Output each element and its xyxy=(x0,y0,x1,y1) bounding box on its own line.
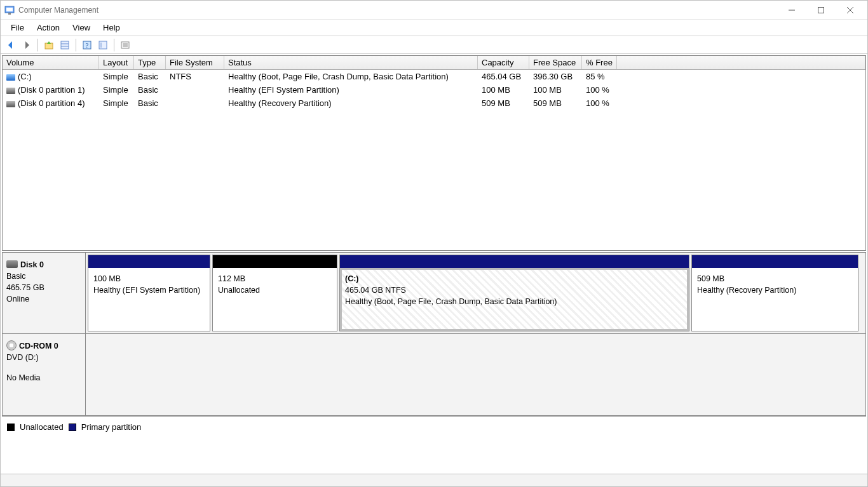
volume-type: Basic xyxy=(134,72,166,81)
help-icon[interactable]: ? xyxy=(79,37,95,53)
volume-type: Basic xyxy=(134,85,166,95)
volume-free: 396.30 GB xyxy=(529,72,582,81)
window: Computer Management File Action View Hel… xyxy=(0,0,868,487)
partition-header xyxy=(88,255,210,268)
partition-line1: 100 MB xyxy=(93,273,205,284)
cdrom-strip xyxy=(86,334,865,415)
volume-name: (C:) xyxy=(18,72,32,81)
partition-header xyxy=(213,255,337,268)
toolbar: ? xyxy=(1,36,867,54)
partition-line1: 112 MB xyxy=(218,273,332,284)
col-freespace[interactable]: Free Space xyxy=(529,56,582,69)
volume-icon xyxy=(6,88,15,94)
partition-body: 509 MBHealthy (Recovery Partition) xyxy=(692,268,858,331)
legend-label-primary: Primary partition xyxy=(81,422,142,432)
menu-file[interactable]: File xyxy=(4,20,31,35)
svg-rect-1 xyxy=(6,8,13,11)
volume-status: Healthy (Recovery Partition) xyxy=(224,98,478,108)
col-status[interactable]: Status xyxy=(224,56,478,69)
menu-action[interactable]: Action xyxy=(31,20,66,35)
partition-line2: Unallocated xyxy=(218,284,332,296)
svg-rect-4 xyxy=(818,7,824,13)
cdrom-state: No Media xyxy=(6,372,81,384)
partition-body: 100 MBHealthy (EFI System Partition) xyxy=(88,268,210,331)
partition-box[interactable]: (C:)465.04 GB NTFSHealthy (Boot, Page Fi… xyxy=(339,255,689,331)
col-filesystem[interactable]: File System xyxy=(166,56,224,69)
legend-swatch-unallocated xyxy=(7,424,15,431)
volume-row[interactable]: (Disk 0 partition 4)SimpleBasicHealthy (… xyxy=(3,97,865,110)
volume-list-header: Volume Layout Type File System Status Ca… xyxy=(3,56,865,70)
disk-info-cdrom0[interactable]: CD-ROM 0 DVD (D:) No Media xyxy=(3,334,86,415)
partition-box[interactable]: 509 MBHealthy (Recovery Partition) xyxy=(691,255,858,331)
list-view-icon[interactable] xyxy=(118,37,133,53)
volume-percentfree: 85 % xyxy=(582,72,617,81)
disk-title: Disk 0 xyxy=(20,260,44,269)
svg-rect-8 xyxy=(61,41,69,49)
partition-body: (C:)465.04 GB NTFSHealthy (Boot, Page Fi… xyxy=(340,268,689,331)
volume-status: Healthy (EFI System Partition) xyxy=(224,85,478,95)
disk-info-disk0[interactable]: Disk 0 Basic 465.75 GB Online xyxy=(3,253,86,333)
volume-layout: Simple xyxy=(99,85,134,95)
volume-free: 100 MB xyxy=(529,85,582,95)
legend-swatch-primary xyxy=(69,424,76,431)
forward-button[interactable] xyxy=(19,37,34,53)
toolbar-separator xyxy=(37,39,38,51)
cdrom-type: DVD (D:) xyxy=(6,352,81,363)
partition-body: 112 MBUnallocated xyxy=(213,268,337,331)
partition-line1: 509 MB xyxy=(697,273,853,284)
statusbar xyxy=(1,474,867,486)
minimize-button[interactable] xyxy=(777,1,806,20)
volume-name: (Disk 0 partition 4) xyxy=(18,98,85,108)
partition-box[interactable]: 100 MBHealthy (EFI System Partition) xyxy=(88,255,210,331)
maximize-button[interactable] xyxy=(806,1,836,20)
volume-status: Healthy (Boot, Page File, Crash Dump, Ba… xyxy=(224,72,478,81)
col-capacity[interactable]: Capacity xyxy=(478,56,529,69)
disk-row-cdrom0: CD-ROM 0 DVD (D:) No Media xyxy=(3,334,865,415)
partition-line2: Healthy (Recovery Partition) xyxy=(697,284,853,296)
disk-graphical-view: Disk 0 Basic 465.75 GB Online 100 MBHeal… xyxy=(2,252,866,416)
partition-title: (C:) xyxy=(345,273,684,284)
properties-icon[interactable] xyxy=(57,37,72,53)
close-button[interactable] xyxy=(836,1,865,20)
col-extra[interactable] xyxy=(617,56,865,69)
menu-view[interactable]: View xyxy=(66,20,97,35)
menu-help[interactable]: Help xyxy=(97,20,126,35)
toolbar-separator xyxy=(114,39,114,51)
disk-row-disk0: Disk 0 Basic 465.75 GB Online 100 MBHeal… xyxy=(3,253,865,334)
partition-header xyxy=(692,255,858,268)
svg-rect-2 xyxy=(8,13,11,15)
legend: Unallocated Primary partition xyxy=(2,416,866,437)
volume-row[interactable]: (Disk 0 partition 1)SimpleBasicHealthy (… xyxy=(3,83,865,97)
volume-capacity: 100 MB xyxy=(478,85,529,95)
partition-header xyxy=(340,255,689,268)
menubar: File Action View Help xyxy=(1,20,867,36)
up-level-icon[interactable] xyxy=(41,37,57,53)
col-percentfree[interactable]: % Free xyxy=(582,56,617,69)
titlebar: Computer Management xyxy=(1,1,867,20)
cdrom-icon xyxy=(6,340,17,350)
refresh-icon[interactable] xyxy=(95,37,111,53)
partition-box[interactable]: 112 MBUnallocated xyxy=(212,255,337,331)
partition-strip: 100 MBHealthy (EFI System Partition)112 … xyxy=(86,253,865,333)
window-title: Computer Management xyxy=(18,6,98,15)
svg-text:?: ? xyxy=(86,42,89,49)
col-volume[interactable]: Volume xyxy=(3,56,99,69)
volume-fs: NTFS xyxy=(166,72,224,81)
volume-type: Basic xyxy=(134,98,166,108)
volume-percentfree: 100 % xyxy=(582,85,617,95)
partition-line2: Healthy (Boot, Page File, Crash Dump, Ba… xyxy=(345,296,684,307)
volume-capacity: 465.04 GB xyxy=(478,72,529,81)
volume-layout: Simple xyxy=(99,72,134,81)
svg-rect-13 xyxy=(99,41,107,49)
col-layout[interactable]: Layout xyxy=(99,56,134,69)
cdrom-title: CD-ROM 0 xyxy=(19,342,58,350)
app-icon xyxy=(4,5,15,15)
legend-label-unallocated: Unallocated xyxy=(20,422,64,432)
volume-icon xyxy=(6,101,15,107)
back-button[interactable] xyxy=(3,37,18,53)
col-type[interactable]: Type xyxy=(134,56,166,69)
disk-state: Online xyxy=(6,293,81,305)
volume-icon xyxy=(6,74,15,81)
volume-row[interactable]: (C:)SimpleBasicNTFSHealthy (Boot, Page F… xyxy=(3,70,865,83)
volume-percentfree: 100 % xyxy=(582,98,617,108)
